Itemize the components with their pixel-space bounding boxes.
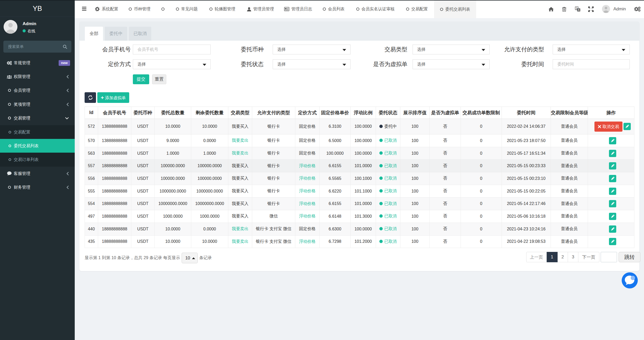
- svg-text:A: A: [578, 9, 580, 11]
